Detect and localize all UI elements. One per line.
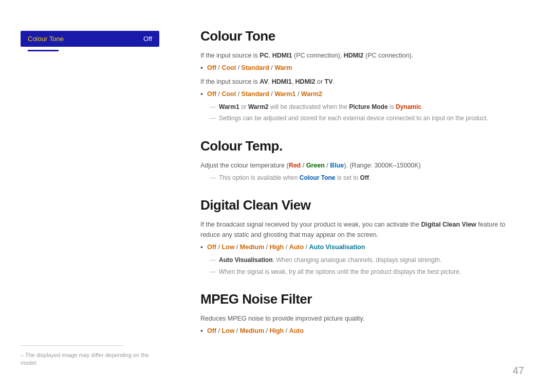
weak-signal-text: When the signal is weak, try all the opt… [219,267,461,277]
warm-note-text: Warm1 or Warm2 will be deactivated when … [219,102,423,112]
pc-source: PC [260,52,268,59]
page-container: Colour Tone Off – The displayed image ma… [0,0,555,392]
warm1-bold: Warm1 [219,103,239,110]
menu-item-colour-tone[interactable]: Colour Tone Off [21,31,159,47]
warm1-av: Warm1 [274,90,295,98]
colour-tone-pc-note: If the input source is PC, HDMI1 (PC con… [200,50,524,61]
sidebar-footer: – The displayed image may differ dependi… [21,345,159,371]
colour-temp-description: Adjust the colour temperature (Red / Gre… [200,160,524,171]
pc-option-item: • Off / Cool / Standard / Warm [200,63,524,73]
av-option-text: Off / Cool / Standard / Warm1 / Warm2 [207,89,322,99]
colour-tone-ref: Colour Tone [300,174,336,181]
dcv-option-text: Off / Low / Medium / High / Auto / Auto … [207,242,365,252]
standard-option: Standard [242,64,269,71]
dynamic-bold: Dynamic [396,103,421,110]
dcv-high: High [269,244,284,251]
section-colour-tone: Colour Tone If the input source is PC, H… [200,28,524,124]
digital-clean-view-desc: If the broadcast signal received by your… [200,219,524,240]
off-ref: Off [360,174,369,181]
bullet-dot-4: • [200,326,203,337]
auto-vis-text: Auto Visualisation: When changing analog… [219,255,441,265]
hdmi2-av: HDMI2 [295,78,316,85]
dcv-feature-label: Digital Clean View [421,221,476,228]
warm-option: Warm [274,64,292,71]
bullet-dot-2: • [200,89,203,100]
main-content: Colour Tone If the input source is PC, H… [175,0,555,392]
sidebar-menu: Colour Tone Off [21,31,159,60]
menu-item-value: Off [143,35,152,43]
settings-note: Settings can be adjusted and stored for … [210,114,524,123]
weak-signal-note: When the signal is weak, try all the opt… [210,267,524,277]
off-option: Off [207,64,216,71]
mpeg-low: Low [221,327,234,334]
pc-option-text: Off / Cool / Standard / Warm [207,63,292,73]
cool-av: Cool [221,90,236,98]
colour-temp-title: Colour Temp. [200,138,524,154]
sidebar-divider [21,345,123,346]
bullet-dot-3: • [200,242,203,253]
digital-clean-view-title: Digital Clean View [200,197,524,213]
page-number: 47 [513,365,524,377]
section-colour-temp: Colour Temp. Adjust the colour temperatu… [200,138,524,183]
warm2-bold: Warm2 [248,103,269,110]
section-digital-clean-view: Digital Clean View If the broadcast sign… [200,197,524,277]
mpeg-medium: Medium [240,327,264,334]
colour-temp-note-text: This option is available when Colour Ton… [219,173,371,183]
mpeg-noise-filter-desc: Reduces MPEG noise to provide improved p… [200,313,524,324]
dcv-off: Off [207,244,216,251]
blue-label: Blue [330,162,344,169]
colour-temp-body: Adjust the colour temperature (Red / Gre… [200,160,524,183]
menu-underline [28,50,59,51]
colour-tone-av-note: If the input source is AV, HDMI1, HDMI2 … [200,77,524,87]
dcv-option-item: • Off / Low / Medium / High / Auto / Aut… [200,242,524,253]
mpeg-noise-filter-body: Reduces MPEG noise to provide improved p… [200,313,524,337]
mpeg-high: High [269,327,284,334]
red-label: Red [289,162,301,169]
standard-av: Standard [242,90,269,98]
dcv-auto: Auto [289,244,304,251]
hdmi2-source: HDMI2 [344,52,364,59]
warm-deactivate-note: Warm1 or Warm2 will be deactivated when … [210,102,524,112]
colour-tone-body: If the input source is PC, HDMI1 (PC con… [200,50,524,124]
mpeg-option-item: • Off / Low / Medium / High / Auto [200,326,524,337]
av-source: AV [260,78,268,85]
tv-source: TV [325,78,333,85]
mpeg-option-text: Off / Low / Medium / High / Auto [207,326,304,336]
sidebar-note: – The displayed image may differ dependi… [21,352,149,366]
warm2-av: Warm2 [301,90,322,98]
hdmi1-av: HDMI1 [272,78,292,85]
mpeg-options-list: • Off / Low / Medium / High / Auto [200,326,524,337]
dcv-auto-vis: Auto Visualisation [309,244,365,251]
green-label: Green [306,162,325,169]
settings-note-text: Settings can be adjusted and stored for … [219,114,488,123]
menu-item-label: Colour Tone [28,35,64,43]
mpeg-auto: Auto [289,327,304,334]
auto-vis-label: Auto Visualisation [219,256,272,264]
dcv-options-list: • Off / Low / Medium / High / Auto / Aut… [200,242,524,253]
dcv-medium: Medium [240,244,264,251]
bullet-dot: • [200,63,203,73]
hdmi1-source: HDMI1 [272,52,292,59]
mpeg-off: Off [207,327,216,334]
dcv-low: Low [221,244,234,251]
sidebar: Colour Tone Off – The displayed image ma… [0,0,175,392]
auto-vis-note: Auto Visualisation: When changing analog… [210,255,524,265]
colour-temp-note: This option is available when Colour Ton… [210,173,524,183]
off-av: Off [207,90,216,98]
mpeg-noise-filter-title: MPEG Noise Filter [200,291,524,307]
pc-options-list: • Off / Cool / Standard / Warm [200,63,524,73]
colour-tone-title: Colour Tone [200,28,524,44]
section-mpeg-noise-filter: MPEG Noise Filter Reduces MPEG noise to … [200,291,524,337]
cool-option: Cool [221,64,236,71]
picture-mode-bold: Picture Mode [349,103,387,110]
digital-clean-view-body: If the broadcast signal received by your… [200,219,524,277]
av-options-list: • Off / Cool / Standard / Warm1 / Warm2 [200,89,524,100]
av-option-item: • Off / Cool / Standard / Warm1 / Warm2 [200,89,524,100]
